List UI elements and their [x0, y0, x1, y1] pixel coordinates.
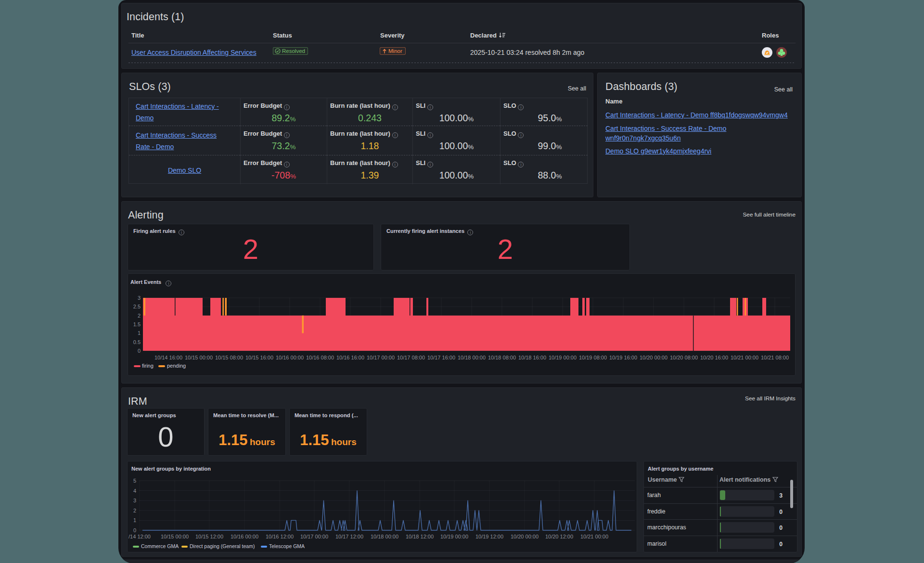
svg-text:0.5: 0.5 — [133, 339, 141, 345]
svg-text:10/16 16:00: 10/16 16:00 — [336, 355, 364, 360]
svg-text:10/21 00:00: 10/21 00:00 — [580, 534, 608, 539]
svg-text:10/19 00:00: 10/19 00:00 — [440, 534, 468, 539]
svg-text:10/18 08:00: 10/18 08:00 — [488, 355, 516, 360]
svg-text:10/20 00:00: 10/20 00:00 — [511, 534, 539, 539]
svg-text:10/17 00:00: 10/17 00:00 — [300, 534, 328, 539]
svg-text:10/19 16:00: 10/19 16:00 — [609, 355, 637, 360]
svg-text:10/18 16:00: 10/18 16:00 — [518, 355, 546, 360]
svg-text:10/20 16:00: 10/20 16:00 — [700, 355, 728, 360]
svg-text:10/15 00:00: 10/15 00:00 — [185, 355, 213, 360]
svg-text:10/18 00:00: 10/18 00:00 — [458, 355, 486, 360]
svg-text:3: 3 — [138, 295, 141, 301]
svg-text:10/21 08:00: 10/21 08:00 — [761, 355, 789, 360]
svg-text:Telescope GMA: Telescope GMA — [269, 543, 305, 549]
svg-text:10/14 16:00: 10/14 16:00 — [154, 355, 182, 360]
svg-text:10/17 00:00: 10/17 00:00 — [367, 355, 395, 360]
svg-text:10/16 00:00: 10/16 00:00 — [276, 355, 304, 360]
svg-text:Commerce GMA: Commerce GMA — [141, 543, 179, 549]
svg-text:10/20 08:00: 10/20 08:00 — [670, 355, 698, 360]
svg-text:2: 2 — [133, 508, 136, 513]
svg-text:10/20 00:00: 10/20 00:00 — [640, 355, 667, 360]
svg-text:10/17 08:00: 10/17 08:00 — [397, 355, 425, 360]
svg-text:2: 2 — [138, 313, 141, 319]
svg-text:10/20 12:00: 10/20 12:00 — [545, 534, 573, 539]
svg-text:10/15 08:00: 10/15 08:00 — [215, 355, 243, 360]
svg-text:2.5: 2.5 — [133, 304, 141, 309]
svg-text:10/15 00:00: 10/15 00:00 — [161, 534, 189, 539]
svg-text:10/17 16:00: 10/17 16:00 — [427, 355, 455, 360]
svg-text:10/16 08:00: 10/16 08:00 — [306, 355, 334, 360]
svg-text:10/15 12:00: 10/15 12:00 — [195, 534, 223, 539]
svg-text:10/16 12:00: 10/16 12:00 — [266, 534, 294, 539]
svg-text:10/18 00:00: 10/18 00:00 — [371, 534, 398, 539]
svg-text:firing: firing — [142, 363, 154, 369]
svg-text:1: 1 — [138, 330, 141, 336]
svg-text:10/16 00:00: 10/16 00:00 — [231, 534, 258, 539]
svg-text:10/19 00:00: 10/19 00:00 — [549, 355, 577, 360]
svg-text:0: 0 — [138, 348, 141, 354]
svg-text:/14 12:00: /14 12:00 — [128, 534, 151, 539]
svg-text:10/15 16:00: 10/15 16:00 — [245, 355, 273, 360]
svg-text:3: 3 — [133, 498, 136, 503]
svg-text:Direct paging (General team): Direct paging (General team) — [190, 543, 255, 549]
svg-text:4: 4 — [133, 488, 136, 494]
svg-text:10/18 12:00: 10/18 12:00 — [406, 534, 434, 539]
svg-text:10/19 12:00: 10/19 12:00 — [475, 534, 503, 539]
svg-text:1.5: 1.5 — [133, 321, 141, 327]
svg-text:10/17 12:00: 10/17 12:00 — [335, 534, 363, 539]
svg-text:10/19 08:00: 10/19 08:00 — [579, 355, 607, 360]
svg-text:0: 0 — [133, 527, 136, 533]
svg-text:5: 5 — [133, 478, 136, 484]
svg-text:pending: pending — [167, 363, 186, 369]
svg-text:1: 1 — [133, 517, 136, 523]
svg-text:10/21 00:00: 10/21 00:00 — [731, 355, 758, 360]
